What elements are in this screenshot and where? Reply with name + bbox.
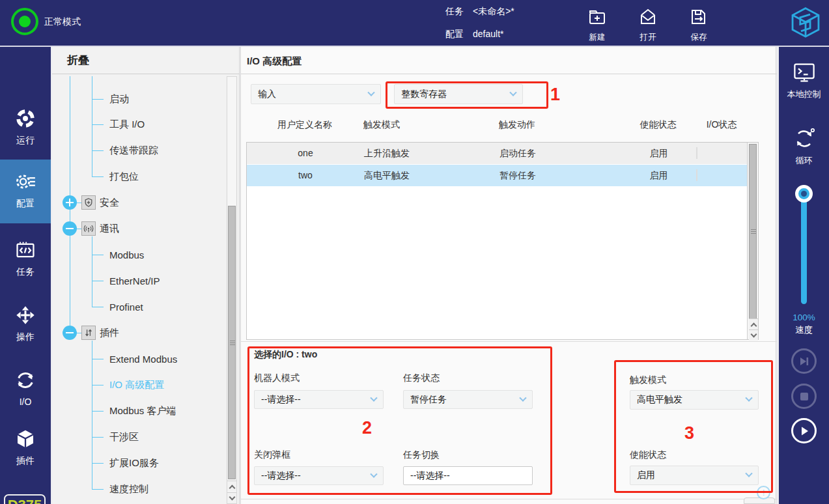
tree-item-pack-position[interactable]: 打包位: [105, 169, 139, 184]
expand-icon[interactable]: [63, 195, 77, 210]
tree-connector: [92, 307, 104, 307]
column-header: I/O状态: [696, 117, 748, 132]
table-row[interactable]: one 上升沿触发 启动任务 启用: [247, 143, 758, 165]
brand-logo-icon: [788, 5, 823, 43]
tree-item-ethernet-ip[interactable]: EtherNet/IP: [105, 273, 160, 288]
tree-item-modbus[interactable]: Modbus: [105, 247, 144, 262]
local-control-button[interactable]: 本地控制: [779, 61, 829, 100]
config-value: default*: [473, 29, 503, 40]
tree-item-extended-io-service[interactable]: 扩展IO服务: [105, 456, 159, 470]
tree-item-label: EtherNet/IP: [109, 275, 160, 287]
open-button[interactable]: 打开: [630, 7, 666, 43]
tree-scrollbar[interactable]: [227, 76, 237, 504]
mode-status-icon: [11, 8, 38, 35]
skip-to-end-button[interactable]: [791, 348, 817, 374]
cell-enable: 启用: [621, 165, 696, 186]
tree-item-startup[interactable]: 启动: [105, 92, 129, 106]
register-type-dropdown[interactable]: 整数寄存器: [394, 84, 523, 104]
scrollbar-thumb[interactable]: [228, 206, 236, 479]
robot-mode-dropdown[interactable]: --请选择--: [254, 390, 384, 409]
table-scrollbar[interactable]: [747, 143, 758, 339]
table-row-selected[interactable]: two 高电平触发 暂停任务 启用: [247, 165, 758, 187]
updown-arrows-icon: [81, 326, 96, 340]
tree-connector: [92, 99, 104, 100]
cell-name: one: [247, 143, 364, 164]
move-arrows-icon: [15, 316, 36, 328]
tree-item-extend-modbus[interactable]: Extend Modbus: [105, 352, 177, 366]
tree-item-speed-control[interactable]: 速度控制: [105, 482, 148, 496]
task-state-value: 暂停任务: [410, 394, 447, 406]
nav-item-run[interactable]: 运行: [0, 103, 51, 155]
loop-label: 循环: [779, 155, 829, 167]
stop-button[interactable]: [791, 384, 817, 409]
enable-state-label: 使能状态: [630, 449, 666, 461]
trigger-mode-label: 触发模式: [630, 374, 666, 386]
task-switch-label: 任务切换: [403, 449, 440, 461]
loop-button[interactable]: 循环: [779, 128, 829, 167]
table-header-row: 用户定义名称 触发模式 触发动作 使能状态 I/O状态: [246, 117, 748, 132]
task-state-label: 任务状态: [403, 372, 440, 384]
nav-item-plugin[interactable]: 插件: [0, 423, 51, 475]
tree-connector: [92, 385, 104, 385]
tree-item-label: 启动: [109, 93, 129, 105]
tree-item-profinet[interactable]: Profinet: [105, 300, 143, 314]
tree-item-interference-zone[interactable]: 干涉区: [105, 430, 139, 444]
loop-icon: [793, 141, 816, 152]
info-icon[interactable]: !: [757, 486, 770, 499]
task-state-dropdown[interactable]: 暂停任务: [403, 390, 533, 409]
scroll-up-button[interactable]: [749, 318, 758, 329]
tree-node-communication[interactable]: 通讯: [63, 221, 119, 236]
io-state-checkbox[interactable]: [696, 147, 697, 159]
collapse-button[interactable]: 折叠: [67, 53, 89, 68]
scroll-up-button[interactable]: [227, 481, 236, 492]
nav-item-config[interactable]: 配置: [0, 160, 51, 223]
close-popup-dropdown[interactable]: --请选择--: [254, 466, 384, 485]
nav-item-operate[interactable]: 操作: [0, 300, 51, 352]
play-button[interactable]: [791, 418, 817, 443]
scroll-down-button[interactable]: [749, 329, 758, 341]
task-switch-field[interactable]: --请选择--: [403, 466, 533, 485]
cube-icon: [15, 440, 36, 451]
main-panel: I/O 高级配置 输入 整数寄存器 用户定义名称 触发模式 触发动作 使能状态 …: [240, 47, 776, 504]
tree-item-modbus-client[interactable]: Modbus 客户端: [105, 404, 176, 418]
scroll-down-button[interactable]: [227, 492, 236, 503]
tree-connector: [92, 76, 92, 176]
tree-item-label: 速度控制: [109, 483, 148, 496]
scrollbar-thumb[interactable]: [749, 144, 757, 320]
tree-node-label: 插件: [100, 327, 119, 339]
run-icon: [15, 120, 36, 131]
save-button[interactable]: 保存: [681, 7, 717, 43]
antenna-icon: [81, 221, 96, 236]
nav-item-label: 配置: [0, 198, 51, 210]
enable-state-dropdown[interactable]: 启用: [630, 466, 759, 485]
tree-node-security[interactable]: 安全: [63, 195, 119, 210]
tree-item-tool-io[interactable]: 工具 I/O: [105, 117, 145, 132]
speed-slider-handle[interactable]: [795, 185, 813, 203]
local-control-label: 本地控制: [779, 89, 829, 100]
new-button[interactable]: 新建: [579, 7, 615, 43]
collapse-icon[interactable]: [63, 221, 77, 236]
tree-item-label: 传送带跟踪: [109, 145, 158, 157]
tree-connector: [92, 124, 104, 125]
task-name-row: 任务 <未命名>*: [445, 6, 514, 18]
config-name-row: 配置 default*: [445, 29, 503, 40]
tree-item-io-advanced-config[interactable]: I/O 高级配置: [105, 378, 164, 392]
nav-item-io[interactable]: I/O: [0, 365, 51, 417]
column-header: 使能状态: [621, 117, 696, 132]
cell-trigger-mode: 上升沿触发: [364, 143, 499, 164]
config-tree-panel: 折叠 启动 工具 I/O 传送带跟踪 打包位: [52, 47, 240, 504]
topbar: 正常模式 任务 <未命名>* 配置 default* 新建 打开: [0, 0, 829, 47]
tree-item-conveyor[interactable]: 传送带跟踪: [105, 143, 158, 158]
tree-connector: [92, 411, 104, 412]
nav-item-task[interactable]: 任务: [0, 234, 51, 287]
trigger-mode-dropdown[interactable]: 高电平触发: [630, 390, 759, 410]
nav-item-label: 操作: [0, 331, 51, 343]
divider: [52, 74, 240, 74]
io-type-dropdown[interactable]: 输入: [251, 84, 381, 104]
tree-node-label: 安全: [100, 197, 119, 209]
speed-slider-track[interactable]: [801, 193, 807, 304]
tree-node-plugin[interactable]: 插件: [63, 326, 119, 340]
io-state-checkbox[interactable]: [696, 169, 697, 181]
chevron-down-icon: [745, 395, 752, 402]
collapse-icon[interactable]: [63, 326, 77, 340]
